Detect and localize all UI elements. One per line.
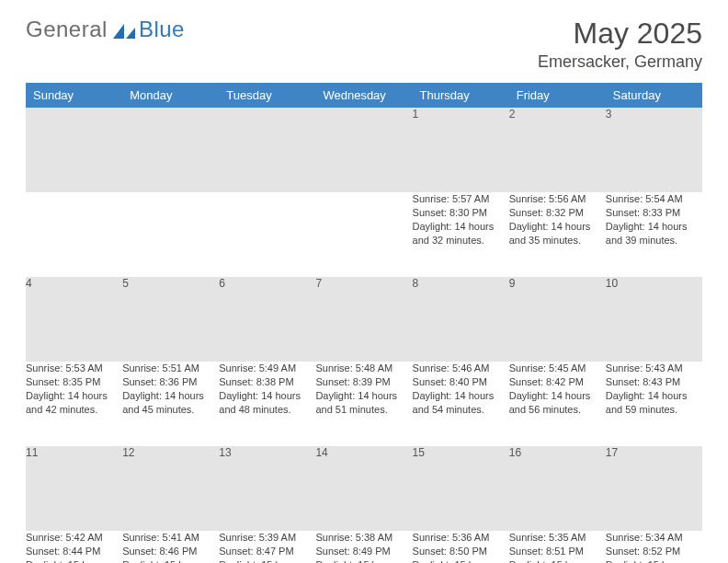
day-cell: Sunrise: 5:41 AMSunset: 8:46 PMDaylight:… <box>122 531 219 563</box>
day-cell: Sunrise: 5:36 AMSunset: 8:50 PMDaylight:… <box>413 531 509 563</box>
sunrise-line: Sunrise: 5:35 AM <box>509 531 606 545</box>
week-content-row: Sunrise: 5:53 AMSunset: 8:35 PMDaylight:… <box>26 362 702 446</box>
col-fri: Friday <box>509 83 606 108</box>
daylight-line: Daylight: 14 hours and 35 minutes. <box>509 220 606 247</box>
day-number: 10 <box>606 277 702 362</box>
day-number: 12 <box>122 446 219 531</box>
sunrise-line: Sunrise: 5:45 AM <box>509 362 606 375</box>
day-cell: Sunrise: 5:45 AMSunset: 8:42 PMDaylight:… <box>509 362 606 446</box>
col-wed: Wednesday <box>315 83 412 108</box>
day-cell: Sunrise: 5:34 AMSunset: 8:52 PMDaylight:… <box>606 531 702 563</box>
day-number <box>122 108 219 192</box>
day-number <box>26 108 122 192</box>
sunset-line: Sunset: 8:32 PM <box>509 206 606 220</box>
svg-marker-0 <box>113 24 124 39</box>
daylight-line: Daylight: 14 hours and 51 minutes. <box>315 389 412 417</box>
day-number: 13 <box>219 446 315 531</box>
daylight-line: Daylight: 15 hours and 5 minutes. <box>122 558 219 563</box>
col-thu: Thursday <box>413 83 509 108</box>
sunrise-line: Sunrise: 5:38 AM <box>315 531 412 545</box>
sunset-line: Sunset: 8:38 PM <box>219 375 315 389</box>
day-cell: Sunrise: 5:42 AMSunset: 8:44 PMDaylight:… <box>26 531 122 563</box>
day-header-row: Sunday Monday Tuesday Wednesday Thursday… <box>26 83 702 108</box>
calendar-table: Sunday Monday Tuesday Wednesday Thursday… <box>26 83 702 563</box>
day-cell: Sunrise: 5:56 AMSunset: 8:32 PMDaylight:… <box>509 192 606 277</box>
sunset-line: Sunset: 8:47 PM <box>219 545 315 558</box>
day-number: 5 <box>122 277 219 362</box>
day-cell: Sunrise: 5:35 AMSunset: 8:51 PMDaylight:… <box>509 531 606 563</box>
day-cell: Sunrise: 5:53 AMSunset: 8:35 PMDaylight:… <box>26 362 122 446</box>
col-sun: Sunday <box>26 83 122 108</box>
daylight-line: Daylight: 14 hours and 45 minutes. <box>122 389 219 417</box>
daylight-line: Daylight: 14 hours and 32 minutes. <box>413 220 509 247</box>
sunset-line: Sunset: 8:52 PM <box>606 545 702 558</box>
day-cell: Sunrise: 5:39 AMSunset: 8:47 PMDaylight:… <box>219 531 315 563</box>
daylight-line: Daylight: 14 hours and 48 minutes. <box>219 389 315 417</box>
sunrise-line: Sunrise: 5:36 AM <box>413 531 509 545</box>
day-cell: Sunrise: 5:46 AMSunset: 8:40 PMDaylight:… <box>413 362 509 446</box>
week-number-row: 45678910 <box>26 277 702 362</box>
daylight-line: Daylight: 15 hours and 10 minutes. <box>315 558 412 563</box>
daylight-line: Daylight: 14 hours and 39 minutes. <box>606 220 702 247</box>
day-number: 17 <box>606 446 702 531</box>
day-number: 7 <box>315 277 412 362</box>
page-title: May 2025 <box>538 17 702 51</box>
day-number: 6 <box>219 277 315 362</box>
day-cell <box>315 192 412 277</box>
sail-icon <box>111 20 137 39</box>
sunset-line: Sunset: 8:36 PM <box>122 375 219 389</box>
daylight-line: Daylight: 15 hours and 13 minutes. <box>413 558 509 563</box>
day-number: 16 <box>509 446 606 531</box>
day-number: 4 <box>26 277 122 362</box>
day-number: 11 <box>26 446 122 531</box>
day-cell: Sunrise: 5:54 AMSunset: 8:33 PMDaylight:… <box>606 192 702 277</box>
header: General Blue May 2025 Emersacker, German… <box>26 17 702 72</box>
daylight-line: Daylight: 14 hours and 42 minutes. <box>26 389 122 417</box>
location-label: Emersacker, Germany <box>538 52 702 72</box>
sunrise-line: Sunrise: 5:57 AM <box>413 192 509 206</box>
sunset-line: Sunset: 8:39 PM <box>315 375 412 389</box>
week-content-row: Sunrise: 5:42 AMSunset: 8:44 PMDaylight:… <box>26 531 702 563</box>
daylight-line: Daylight: 15 hours and 2 minutes. <box>26 558 122 563</box>
sunrise-line: Sunrise: 5:41 AM <box>122 531 219 545</box>
week-number-row: 123 <box>26 108 702 192</box>
brand-word-1: General <box>26 17 108 42</box>
day-number: 8 <box>413 277 509 362</box>
sunrise-line: Sunrise: 5:42 AM <box>26 531 122 545</box>
sunset-line: Sunset: 8:50 PM <box>413 545 509 558</box>
brand-word-2: Blue <box>139 17 185 42</box>
day-number: 15 <box>413 446 509 531</box>
sunrise-line: Sunrise: 5:46 AM <box>413 362 509 375</box>
sunset-line: Sunset: 8:40 PM <box>413 375 509 389</box>
day-cell: Sunrise: 5:38 AMSunset: 8:49 PMDaylight:… <box>315 531 412 563</box>
day-cell: Sunrise: 5:57 AMSunset: 8:30 PMDaylight:… <box>413 192 509 277</box>
brand-logo: General Blue <box>26 17 185 42</box>
day-cell <box>26 192 122 277</box>
sunrise-line: Sunrise: 5:54 AM <box>606 192 702 206</box>
day-number: 14 <box>315 446 412 531</box>
svg-marker-1 <box>126 28 135 39</box>
sunrise-line: Sunrise: 5:56 AM <box>509 192 606 206</box>
day-cell: Sunrise: 5:43 AMSunset: 8:43 PMDaylight:… <box>606 362 702 446</box>
day-number <box>219 108 315 192</box>
day-number: 9 <box>509 277 606 362</box>
sunrise-line: Sunrise: 5:43 AM <box>606 362 702 375</box>
sunset-line: Sunset: 8:42 PM <box>509 375 606 389</box>
col-tue: Tuesday <box>219 83 315 108</box>
day-cell <box>122 192 219 277</box>
daylight-line: Daylight: 14 hours and 56 minutes. <box>509 389 606 417</box>
daylight-line: Daylight: 15 hours and 8 minutes. <box>219 558 315 563</box>
sunrise-line: Sunrise: 5:48 AM <box>315 362 412 375</box>
col-mon: Monday <box>122 83 219 108</box>
sunrise-line: Sunrise: 5:49 AM <box>219 362 315 375</box>
col-sat: Saturday <box>606 83 702 108</box>
sunset-line: Sunset: 8:49 PM <box>315 545 412 558</box>
day-number: 1 <box>413 108 509 192</box>
day-cell: Sunrise: 5:48 AMSunset: 8:39 PMDaylight:… <box>315 362 412 446</box>
day-cell <box>219 192 315 277</box>
day-number: 3 <box>606 108 702 192</box>
daylight-line: Daylight: 15 hours and 16 minutes. <box>509 558 606 563</box>
day-cell: Sunrise: 5:51 AMSunset: 8:36 PMDaylight:… <box>122 362 219 446</box>
daylight-line: Daylight: 14 hours and 59 minutes. <box>606 389 702 417</box>
daylight-line: Daylight: 15 hours and 18 minutes. <box>606 558 702 563</box>
